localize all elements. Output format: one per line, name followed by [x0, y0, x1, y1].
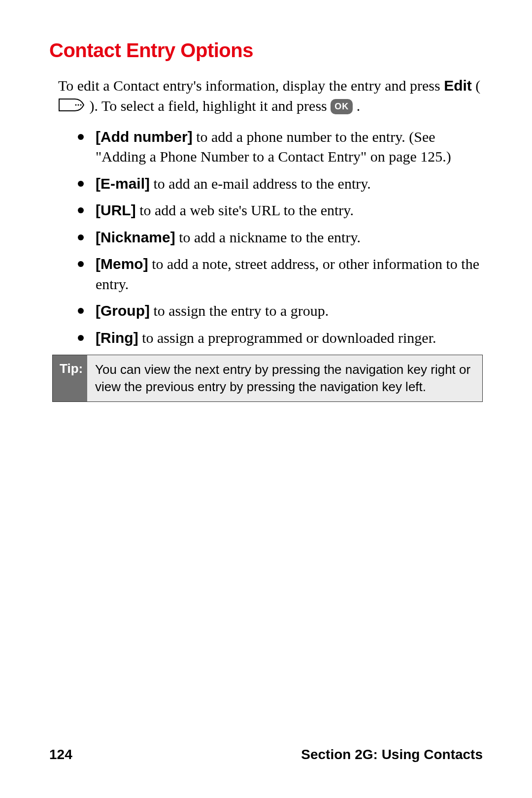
page-footer: 124 Section 2G: Using Contacts — [49, 747, 483, 763]
option-label: [URL] — [96, 202, 136, 218]
list-item: [Group] to assign the entry to a group. — [78, 301, 483, 321]
list-item: [E-mail] to add an e-mail address to the… — [78, 174, 483, 194]
option-label: [Add number] — [96, 129, 193, 145]
option-text: to add a nickname to the entry. — [175, 229, 361, 245]
page-number: 124 — [49, 747, 72, 763]
list-item: [Nickname] to add a nickname to the entr… — [78, 228, 483, 248]
intro-period: . — [357, 98, 361, 114]
manual-page: Contact Entry Options To edit a Contact … — [0, 0, 532, 798]
options-list: [Add number] to add a phone number to th… — [49, 127, 483, 348]
option-text: to assign a preprogrammed or downloaded … — [138, 330, 436, 346]
list-item: [Ring] to assign a preprogrammed or down… — [78, 328, 483, 348]
option-text: to add a web site's URL to the entry. — [136, 202, 354, 218]
option-label: [Memo] — [96, 256, 148, 272]
section-title: Section 2G: Using Contacts — [301, 747, 483, 763]
svg-point-0 — [75, 104, 77, 106]
option-text: to add a note, street address, or other … — [96, 256, 479, 292]
option-label: [E-mail] — [96, 175, 150, 192]
list-item: [Add number] to add a phone number to th… — [78, 127, 483, 167]
intro-paren-open: ( — [475, 77, 480, 94]
intro-text-1: To edit a Contact entry's information, d… — [58, 77, 444, 94]
right-softkey-icon — [58, 98, 86, 118]
edit-softkey-label: Edit — [444, 77, 472, 94]
intro-paragraph: To edit a Contact entry's information, d… — [49, 75, 483, 118]
tip-box: Tip: You can view the next entry by pres… — [52, 355, 483, 402]
option-text: to add an e-mail address to the entry. — [150, 175, 371, 192]
ok-button-icon: OK — [331, 99, 353, 114]
option-label: [Nickname] — [96, 229, 175, 245]
tip-body: You can view the next entry by pressing … — [87, 355, 482, 401]
svg-point-2 — [80, 104, 82, 106]
list-item: [URL] to add a web site's URL to the ent… — [78, 200, 483, 221]
intro-text-2: ). To select a field, highlight it and p… — [90, 98, 331, 114]
list-item: [Memo] to add a note, street address, or… — [78, 254, 483, 294]
svg-point-1 — [78, 104, 79, 106]
option-label: [Group] — [96, 302, 150, 319]
option-label: [Ring] — [96, 330, 138, 346]
section-heading: Contact Entry Options — [49, 39, 483, 62]
tip-label: Tip: — [53, 355, 87, 401]
option-text: to assign the entry to a group. — [150, 302, 329, 319]
